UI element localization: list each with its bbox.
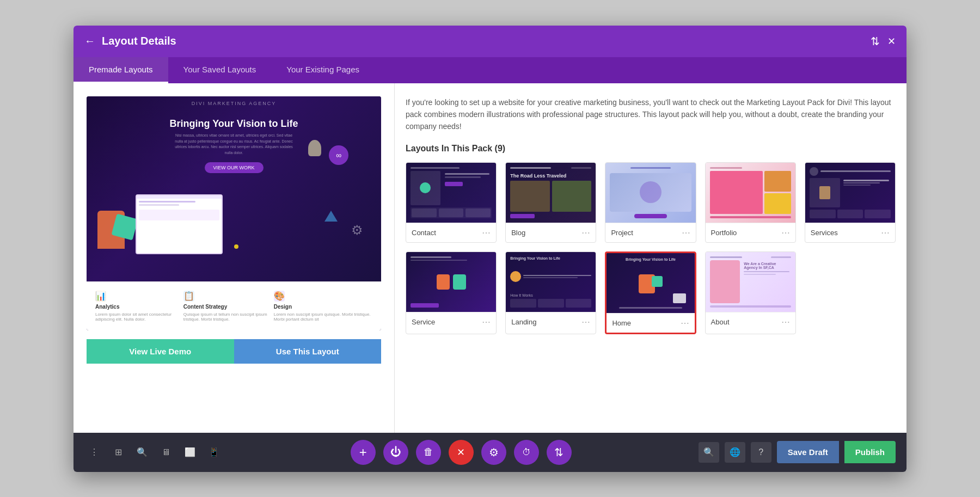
design-label: Design: [274, 304, 292, 310]
layout-details-modal: ← Layout Details ⇅ ✕ Premade Layouts You…: [74, 26, 906, 472]
design-text: Lorem non suscipit ipsum quisque. Morbi …: [274, 312, 372, 322]
preview-cta-button[interactable]: VIEW OUR WORK: [205, 162, 264, 173]
portfolio-menu-button[interactable]: ⋯: [781, 228, 790, 238]
publish-button[interactable]: Publish: [844, 441, 896, 463]
reorder-button[interactable]: ⇅: [547, 440, 572, 465]
deco-bulb: [308, 140, 321, 156]
home-thumb: Bringing Your Vision to Life: [607, 253, 694, 313]
preview-mock: DIVI MARKETING AGENCY Bringing Your Visi…: [87, 96, 381, 281]
project-name: Project: [611, 229, 633, 237]
header-actions: ⇅ ✕: [871, 35, 896, 48]
layout-card-project[interactable]: Project ⋯: [605, 162, 696, 243]
layout-card-contact[interactable]: Contact ⋯: [406, 162, 497, 243]
project-thumb: [605, 163, 695, 223]
landing-name: Landing: [511, 318, 536, 326]
services-name: Services: [811, 229, 838, 237]
toolbar-right: 🔍 🌐 ? Save Draft Publish: [699, 441, 896, 463]
tab-existing-pages[interactable]: Your Existing Pages: [271, 57, 375, 83]
landing-footer: Landing ⋯: [506, 312, 596, 332]
save-draft-button[interactable]: Save Draft: [777, 441, 839, 463]
left-panel: DIVI MARKETING AGENCY Bringing Your Visi…: [74, 83, 395, 433]
project-menu-button[interactable]: ⋯: [682, 228, 690, 238]
project-footer: Project ⋯: [605, 223, 695, 242]
modal-header: ← Layout Details ⇅ ✕: [74, 26, 906, 57]
grid-view-button[interactable]: ⊞: [108, 443, 128, 462]
search-button[interactable]: 🔍: [699, 442, 719, 463]
more-options-button[interactable]: ⋮: [84, 443, 104, 462]
tab-premade-layouts[interactable]: Premade Layouts: [74, 57, 168, 83]
layout-card-portfolio[interactable]: Portfolio ⋯: [705, 162, 796, 243]
blog-thumb: The Road Less Traveled: [506, 163, 596, 223]
action-buttons: View Live Demo Use This Layout: [87, 339, 381, 364]
contact-name: Contact: [412, 229, 436, 237]
close-modal-button[interactable]: ✕: [887, 35, 896, 47]
layout-card-landing[interactable]: Bringing Your Vision to Life How It Work…: [505, 251, 596, 334]
delete-button[interactable]: 🗑: [416, 440, 441, 465]
blog-menu-button[interactable]: ⋯: [581, 228, 590, 238]
about-footer: About ⋯: [706, 312, 795, 332]
sort-button[interactable]: ⇅: [871, 35, 880, 48]
use-this-layout-button[interactable]: Use This Layout: [234, 339, 382, 364]
service-thumb: [406, 252, 496, 312]
close-builder-button[interactable]: ✕: [449, 440, 474, 465]
power-button[interactable]: ⏻: [383, 440, 408, 465]
services-footer: Services ⋯: [805, 223, 895, 242]
content-icon: 📋: [183, 291, 194, 302]
content-text: Quisque ipsum ut tellum non suscipit ips…: [183, 312, 274, 322]
deco-dot: [234, 244, 238, 249]
globe-button[interactable]: 🌐: [725, 442, 745, 463]
layout-card-services[interactable]: Services ⋯: [805, 162, 896, 243]
add-section-button[interactable]: +: [351, 440, 376, 465]
preview-bottom-section: 📊 Analytics Lorem ipsum dolor sit amet c…: [87, 281, 381, 330]
preview-content-strategy: 📋 Content Strategy Quisque ipsum ut tell…: [183, 291, 274, 322]
desktop-view-button[interactable]: 🖥: [156, 443, 176, 462]
analytics-label: Analytics: [95, 304, 119, 310]
blog-footer: Blog ⋯: [506, 223, 596, 242]
home-menu-button[interactable]: ⋯: [681, 318, 689, 328]
content-label: Content Strategy: [183, 304, 228, 310]
history-button[interactable]: ⏱: [514, 440, 539, 465]
about-menu-button[interactable]: ⋯: [781, 317, 790, 327]
deco-triangle: [324, 211, 338, 222]
view-live-demo-button[interactable]: View Live Demo: [87, 339, 234, 364]
deco-bubble: ∞: [329, 145, 348, 165]
portfolio-name: Portfolio: [711, 229, 737, 237]
mobile-view-button[interactable]: 📱: [204, 443, 224, 462]
portfolio-footer: Portfolio ⋯: [706, 223, 795, 242]
contact-footer: Contact ⋯: [406, 223, 496, 242]
home-name: Home: [612, 319, 631, 327]
layout-card-home[interactable]: Bringing Your Vision to Life Home ⋯: [605, 251, 696, 334]
blog-name: Blog: [511, 229, 525, 237]
service-menu-button[interactable]: ⋯: [482, 317, 491, 327]
preview-design: 🎨 Design Lorem non suscipit ipsum quisqu…: [274, 291, 372, 322]
back-button[interactable]: ←: [84, 35, 95, 47]
preview-body: Nisi massa, ultrices vitae ornare sit am…: [174, 133, 294, 156]
agency-label: DIVI MARKETING AGENCY: [192, 101, 277, 106]
tab-saved-layouts[interactable]: Your Saved Layouts: [168, 57, 272, 83]
services-menu-button[interactable]: ⋯: [881, 228, 890, 238]
services-thumb: [805, 163, 895, 223]
pack-count-label: Layouts In This Pack (9): [406, 144, 896, 154]
search-page-button[interactable]: 🔍: [132, 443, 152, 462]
home-footer: Home ⋯: [607, 313, 694, 333]
layouts-grid: Contact ⋯ The Road Less Traveled: [406, 162, 896, 334]
layout-card-blog[interactable]: The Road Less Traveled Blog ⋯: [505, 162, 596, 243]
landing-menu-button[interactable]: ⋯: [581, 317, 590, 327]
help-button[interactable]: ?: [751, 442, 771, 463]
layout-card-service[interactable]: Service ⋯: [406, 251, 497, 334]
preview-analytics: 📊 Analytics Lorem ipsum dolor sit amet c…: [95, 291, 183, 322]
service-footer: Service ⋯: [406, 312, 496, 332]
modal-content: DIVI MARKETING AGENCY Bringing Your Visi…: [74, 83, 906, 433]
contact-menu-button[interactable]: ⋯: [482, 228, 491, 238]
design-icon: 🎨: [274, 291, 285, 302]
service-name: Service: [412, 318, 435, 326]
settings-button[interactable]: ⚙: [481, 440, 506, 465]
modal-title: Layout Details: [102, 35, 871, 47]
preview-headline: Bringing Your Vision to Life: [169, 118, 298, 130]
landing-thumb: Bringing Your Vision to Life How It Work…: [506, 252, 596, 312]
about-name: About: [711, 318, 730, 326]
layout-card-about[interactable]: We Are a Creative Agency In SF,CA About …: [705, 251, 796, 334]
right-panel: If you're looking to set up a website fo…: [395, 83, 906, 433]
tablet-view-button[interactable]: ⬜: [180, 443, 200, 462]
toolbar-center: + ⏻ 🗑 ✕ ⚙ ⏱ ⇅: [224, 440, 699, 465]
